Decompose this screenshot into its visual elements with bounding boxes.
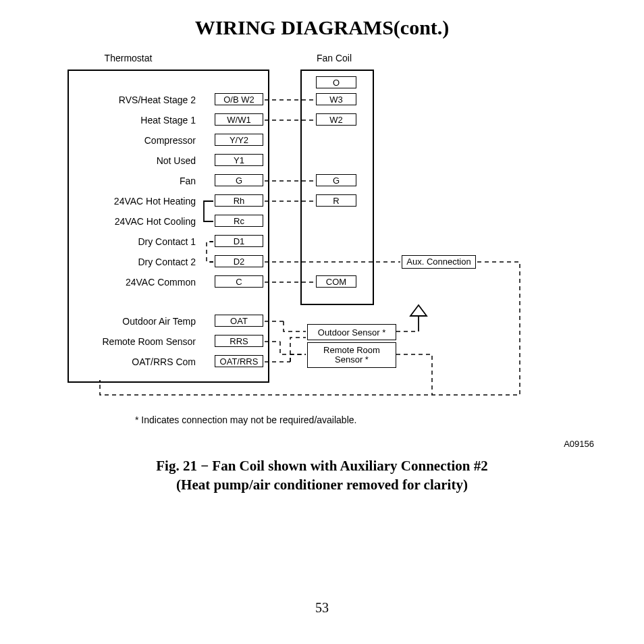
figure-caption: Fig. 21 − Fan Coil shown with Auxiliary … <box>0 456 644 495</box>
row-label: Not Used <box>74 155 196 166</box>
row-label: OAT/RRS Com <box>74 356 196 367</box>
thermostat-terminal: O/B W2 <box>215 93 263 105</box>
row-label: RVS/Heat Stage 2 <box>74 95 196 105</box>
row-label: Dry Contact 2 <box>74 257 196 267</box>
thermostat-terminal: D1 <box>215 235 263 247</box>
caption-line2: (Heat pump/air conditioner removed for c… <box>176 477 468 493</box>
thermostat-terminal: OAT <box>215 315 263 327</box>
row-label: 24VAC Common <box>74 277 196 288</box>
thermostat-terminal: Rh <box>215 194 263 207</box>
fancoil-terminal-w2: W2 <box>316 113 356 126</box>
fancoil-terminal-o: O <box>316 76 356 88</box>
page-title: WIRING DIAGRAMS(cont.) <box>0 16 644 39</box>
aux-connection-box: Aux. Connection <box>402 255 476 269</box>
row-label: 24VAC Hot Heating <box>74 196 196 207</box>
fancoil-header: Fan Coil <box>294 53 375 63</box>
thermostat-terminal: G <box>215 174 263 186</box>
figure-id: A09156 <box>513 439 594 449</box>
thermostat-terminal: D2 <box>215 255 263 267</box>
row-label: Heat Stage 1 <box>74 115 196 126</box>
thermostat-header: Thermostat <box>68 53 189 63</box>
row-label: Remote Room Sensor <box>74 336 196 347</box>
thermostat-terminal: RRS <box>215 335 263 347</box>
fancoil-terminal-g: G <box>316 174 356 186</box>
footnote: * Indicates connection may not be requir… <box>135 414 356 425</box>
row-label: Compressor <box>74 135 196 146</box>
row-label: 24VAC Hot Cooling <box>74 216 196 227</box>
caption-line1: Fig. 21 − Fan Coil shown with Auxiliary … <box>156 458 488 474</box>
thermostat-terminal: W/W1 <box>215 113 263 126</box>
thermostat-terminal: C <box>215 275 263 288</box>
page: WIRING DIAGRAMS(cont.) Thermostat Fan Co… <box>0 0 644 644</box>
row-label: Fan <box>74 176 196 186</box>
page-number: 53 <box>0 600 644 616</box>
thermostat-terminal: Rc <box>215 215 263 227</box>
fancoil-terminal-com: COM <box>316 275 356 288</box>
thermostat-terminal: Y/Y2 <box>215 134 263 146</box>
remote-sensor-box: Remote Room Sensor * <box>307 342 396 368</box>
row-label: Dry Contact 1 <box>74 236 196 247</box>
row-label: Outdoor Air Temp <box>74 316 196 327</box>
outdoor-sensor-box: Outdoor Sensor * <box>307 324 396 340</box>
fancoil-terminal-w3: W3 <box>316 93 356 105</box>
thermostat-terminal: OAT/RRS <box>215 355 263 367</box>
thermostat-terminal: Y1 <box>215 154 263 166</box>
fancoil-terminal-r: R <box>316 194 356 207</box>
